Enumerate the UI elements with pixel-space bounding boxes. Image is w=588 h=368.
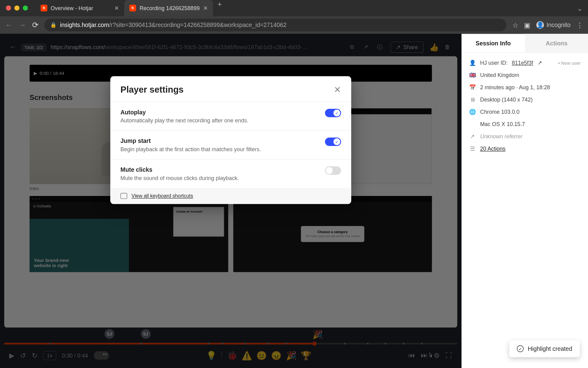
session-time: 2 minutes ago · Aug 1, 18:28 (480, 84, 550, 91)
keyboard-icon (120, 193, 127, 199)
link-icon: ↗ (469, 133, 476, 140)
setting-autoplay: Autoplay Automatically play the next rec… (110, 102, 351, 130)
tab-actions[interactable]: Actions (525, 34, 588, 52)
setting-desc: Begin playback at the first action that … (120, 146, 316, 152)
country-label: United Kingdom (480, 72, 519, 79)
os-row: Mac OS X 10.15.7 (469, 121, 581, 128)
app-root: ← TAB: 2/2 https://snapflows.com/workspa… (0, 34, 588, 368)
user-id-row: 👤 HJ user ID: 811e5f3f ↗ • New user (469, 60, 581, 66)
extensions-icon[interactable]: ▣ (524, 21, 530, 29)
window-menu-chevron-icon[interactable]: ⌄ (577, 4, 582, 12)
sidebar: Session Info Actions 👤 HJ user ID: 811e5… (462, 34, 588, 368)
modal-title: Player settings (120, 85, 183, 95)
highlight-created-toast: ✓ Highlight created (509, 340, 580, 357)
traffic-lights (6, 6, 28, 11)
mute-clicks-toggle[interactable] (325, 166, 341, 175)
autoplay-toggle[interactable]: ✓ (325, 109, 341, 117)
browser-menu-icon[interactable]: ⋮ (576, 21, 583, 29)
browser-tab-recording[interactable]: h Recording 14266258899 ✕ (124, 0, 213, 16)
incognito-icon: 👤 (536, 21, 544, 29)
browser-row: 🌐 Chrome 103.0.0 (469, 109, 581, 115)
list-icon: ☰ (469, 146, 476, 152)
new-user-badge: • New user (558, 60, 581, 66)
hotjar-favicon: h (40, 5, 47, 11)
player-settings-modal: Player settings ✕ Autoplay Automatically… (110, 76, 351, 204)
close-tab-icon[interactable]: ✕ (114, 5, 119, 11)
toolbar-actions: ☆ ▣ 👤 Incognito ⋮ (512, 21, 583, 29)
setting-title: Mute clicks (120, 166, 316, 173)
chrome-icon: 🌐 (469, 109, 476, 115)
keyboard-shortcuts-link[interactable]: View all keyboard shortcuts (131, 193, 193, 199)
close-tab-icon[interactable]: ✕ (203, 5, 208, 11)
toast-text: Highlight created (528, 345, 572, 352)
setting-mute-clicks: Mute clicks Mute the sound of mouse clic… (110, 159, 351, 188)
os-label: Mac OS X 10.15.7 (480, 121, 525, 128)
user-id-label: HJ user ID: (480, 60, 508, 66)
user-icon: 👤 (469, 60, 476, 66)
setting-desc: Mute the sound of mouse clicks during pl… (120, 175, 316, 181)
check-circle-icon: ✓ (517, 345, 524, 352)
setting-jump-start: Jump start Begin playback at the first a… (110, 130, 351, 159)
url-field[interactable]: 🔒 insights.hotjar.com/r?site=3090413&rec… (44, 19, 507, 31)
incognito-label: Incognito (547, 21, 571, 28)
device-label: Desktop (1440 x 742) (480, 97, 533, 103)
setting-desc: Automatically play the next recording af… (120, 117, 316, 124)
tab-title: Overview - Hotjar (51, 5, 93, 11)
browser-label: Chrome 103.0.0 (480, 109, 520, 115)
open-external-icon[interactable]: ↗ (537, 60, 542, 66)
bookmark-icon[interactable]: ☆ (512, 21, 518, 29)
modal-close-icon[interactable]: ✕ (334, 85, 341, 95)
forward-button[interactable]: → (19, 21, 26, 29)
actions-row: ☰ 20 Actions (469, 146, 581, 152)
browser-tabs: h Overview - Hotjar ✕ h Recording 142662… (36, 0, 226, 16)
player-area: ← TAB: 2/2 https://snapflows.com/workspa… (0, 34, 462, 368)
incognito-badge[interactable]: 👤 Incognito (536, 21, 571, 29)
minimize-window-button[interactable] (14, 6, 20, 11)
url-text: insights.hotjar.com/r?site=3090413&recor… (60, 21, 287, 28)
referrer-row: ↗ Unknown referrer (469, 133, 581, 140)
actions-link[interactable]: 20 Actions (480, 146, 506, 152)
modal-footer: View all keyboard shortcuts (110, 188, 351, 204)
setting-title: Autoplay (120, 109, 316, 116)
tab-title: Recording 14266258899 (139, 5, 200, 11)
session-info-panel: 👤 HJ user ID: 811e5f3f ↗ • New user 🇬🇧 U… (462, 53, 588, 159)
tab-session-info[interactable]: Session Info (462, 34, 525, 52)
time-row: 📅 2 minutes ago · Aug 1, 18:28 (469, 84, 581, 91)
desktop-icon: 🖥 (469, 97, 476, 103)
device-row: 🖥 Desktop (1440 x 742) (469, 97, 581, 103)
reload-button[interactable]: ⟳ (32, 20, 39, 29)
lock-icon: 🔒 (50, 22, 57, 28)
referrer-label: Unknown referrer (480, 133, 523, 140)
calendar-icon: 📅 (469, 84, 476, 91)
new-tab-button[interactable]: + (213, 0, 226, 16)
hotjar-favicon: h (129, 5, 136, 11)
close-window-button[interactable] (6, 6, 11, 11)
flag-icon: 🇬🇧 (469, 72, 476, 79)
maximize-window-button[interactable] (23, 6, 28, 11)
browser-toolbar: ← → ⟳ 🔒 insights.hotjar.com/r?site=30904… (0, 16, 588, 34)
country-row: 🇬🇧 United Kingdom (469, 72, 581, 79)
window-chrome: h Overview - Hotjar ✕ h Recording 142662… (0, 0, 588, 16)
jump-start-toggle[interactable]: ✓ (325, 138, 341, 146)
sidebar-tabs: Session Info Actions (462, 34, 588, 53)
modal-header: Player settings ✕ (110, 76, 351, 102)
back-button[interactable]: ← (5, 21, 13, 29)
user-id-link[interactable]: 811e5f3f (512, 60, 533, 66)
browser-tab-overview[interactable]: h Overview - Hotjar ✕ (36, 0, 124, 16)
setting-title: Jump start (120, 138, 316, 144)
